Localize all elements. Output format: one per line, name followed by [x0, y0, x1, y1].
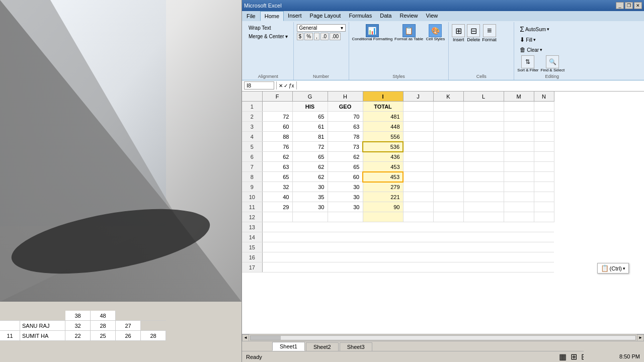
find-select-btn[interactable]: 🔍 Find & Select	[541, 55, 565, 73]
cell[interactable]: 88	[262, 132, 292, 142]
cell[interactable]	[262, 212, 292, 222]
cell[interactable]	[433, 112, 463, 122]
page-layout-icon[interactable]: ⊞	[571, 352, 577, 361]
cell[interactable]	[262, 232, 554, 242]
tab-file[interactable]: File	[242, 11, 260, 21]
cell[interactable]	[463, 212, 504, 222]
tab-view[interactable]: View	[422, 11, 442, 21]
cell[interactable]	[292, 212, 328, 222]
cell[interactable]: 62	[262, 152, 292, 162]
cell[interactable]	[534, 122, 554, 132]
cell[interactable]: 29	[262, 202, 292, 212]
cell[interactable]	[504, 152, 534, 162]
cell[interactable]	[534, 142, 554, 152]
cell[interactable]: 72	[262, 112, 292, 122]
cell[interactable]	[433, 152, 463, 162]
cell[interactable]: 436	[363, 152, 403, 162]
cell[interactable]: 60	[262, 122, 292, 132]
cell[interactable]	[463, 102, 504, 112]
cell[interactable]: 72	[292, 142, 328, 152]
cell[interactable]	[403, 212, 433, 222]
cell[interactable]: 453	[363, 162, 403, 172]
cell[interactable]	[463, 182, 504, 192]
cell[interactable]: 448	[363, 122, 403, 132]
cell[interactable]: 35	[292, 192, 328, 202]
normal-view-icon[interactable]: ▦	[559, 352, 567, 361]
insert-function-icon[interactable]: ƒx	[289, 83, 294, 88]
tab-data[interactable]: Data	[376, 11, 395, 21]
cell[interactable]	[403, 192, 433, 202]
col-header-I[interactable]: I	[363, 92, 403, 102]
merge-center-btn[interactable]: Merge & Center ▾	[246, 33, 290, 40]
cell[interactable]: TOTAL	[363, 102, 403, 112]
cell[interactable]	[403, 172, 433, 182]
cell[interactable]	[433, 212, 463, 222]
cell[interactable]: 65	[262, 172, 292, 182]
cell[interactable]	[504, 202, 534, 212]
scroll-left-btn[interactable]: ◄	[242, 334, 249, 341]
cell[interactable]: 32	[262, 182, 292, 192]
sheet-tab-sheet3[interactable]: Sheet3	[340, 342, 372, 351]
cell[interactable]: HIS	[292, 102, 328, 112]
grid-scroll[interactable]: F G H I J K L M N	[242, 92, 644, 334]
cell[interactable]	[433, 132, 463, 142]
cell[interactable]	[403, 162, 433, 172]
cell[interactable]	[463, 202, 504, 212]
cell[interactable]: 221	[363, 192, 403, 202]
cell[interactable]	[463, 162, 504, 172]
cell[interactable]: 62	[328, 152, 363, 162]
cell[interactable]: 30	[328, 192, 363, 202]
cell[interactable]	[463, 152, 504, 162]
formula-input[interactable]	[299, 82, 642, 88]
minimize-btn[interactable]: _	[616, 2, 624, 9]
cell[interactable]	[403, 122, 433, 132]
col-header-N[interactable]: N	[534, 92, 554, 102]
cell[interactable]	[433, 142, 463, 152]
cell[interactable]	[433, 162, 463, 172]
cell[interactable]: 61	[292, 122, 328, 132]
col-header-L[interactable]: L	[463, 92, 504, 102]
cell[interactable]: 65	[292, 112, 328, 122]
confirm-formula-icon[interactable]: ✓	[284, 83, 288, 88]
cell[interactable]	[403, 142, 433, 152]
cell[interactable]	[403, 112, 433, 122]
cell[interactable]: 30	[292, 202, 328, 212]
cell[interactable]: 70	[328, 112, 363, 122]
scroll-right-btn[interactable]: ►	[637, 334, 644, 341]
cell[interactable]	[534, 172, 554, 182]
cell[interactable]	[504, 192, 534, 202]
cell[interactable]	[534, 212, 554, 222]
cell[interactable]	[262, 242, 554, 252]
col-header-H[interactable]: H	[328, 92, 363, 102]
number-format-select[interactable]: General ▾	[297, 24, 346, 32]
cell[interactable]: 76	[262, 142, 292, 152]
cell[interactable]	[504, 122, 534, 132]
cancel-formula-icon[interactable]: ✕	[279, 83, 283, 88]
cell[interactable]: 40	[262, 192, 292, 202]
restore-btn[interactable]: ❒	[625, 2, 633, 9]
col-header-K[interactable]: K	[433, 92, 463, 102]
cell[interactable]	[328, 212, 363, 222]
close-btn[interactable]: ✕	[634, 2, 642, 9]
cell[interactable]	[433, 102, 463, 112]
cell[interactable]: GEO	[328, 102, 363, 112]
cell[interactable]	[403, 182, 433, 192]
cell[interactable]	[534, 102, 554, 112]
cell[interactable]: 30	[328, 182, 363, 192]
cell[interactable]	[433, 122, 463, 132]
cell[interactable]	[504, 142, 534, 152]
cell[interactable]	[463, 142, 504, 152]
cell[interactable]	[463, 172, 504, 182]
autosum-btn[interactable]: Σ AutoSum ▾	[517, 24, 587, 34]
sheet-tab-sheet1[interactable]: Sheet1	[272, 342, 305, 351]
cell[interactable]	[433, 172, 463, 182]
col-header-F[interactable]: F	[262, 92, 292, 102]
cell[interactable]	[534, 202, 554, 212]
cell[interactable]: 73	[328, 142, 363, 152]
cell[interactable]	[433, 192, 463, 202]
cell[interactable]	[504, 182, 534, 192]
cell[interactable]	[403, 102, 433, 112]
wrap-text-btn[interactable]: Wrap Text	[246, 24, 290, 32]
cell[interactable]	[262, 252, 554, 262]
cell[interactable]: 81	[292, 132, 328, 142]
